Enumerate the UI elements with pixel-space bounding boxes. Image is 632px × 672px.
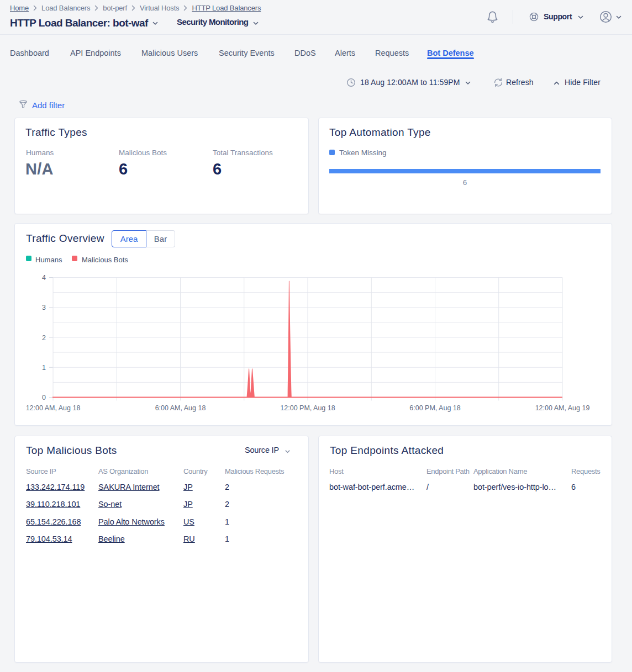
svg-text:3: 3 (42, 304, 46, 311)
svg-text:12:00 AM, Aug 18: 12:00 AM, Aug 18 (26, 404, 81, 412)
svg-text:1: 1 (42, 364, 46, 372)
svg-text:2: 2 (42, 334, 46, 342)
svg-text:6:00 AM, Aug 18: 6:00 AM, Aug 18 (155, 404, 206, 412)
svg-text:0: 0 (42, 394, 46, 401)
svg-text:4: 4 (42, 274, 46, 282)
svg-text:12:00 PM, Aug 18: 12:00 PM, Aug 18 (280, 404, 335, 412)
svg-text:12:00 AM, Aug 19: 12:00 AM, Aug 19 (535, 404, 590, 412)
svg-text:6:00 PM, Aug 18: 6:00 PM, Aug 18 (409, 404, 460, 412)
